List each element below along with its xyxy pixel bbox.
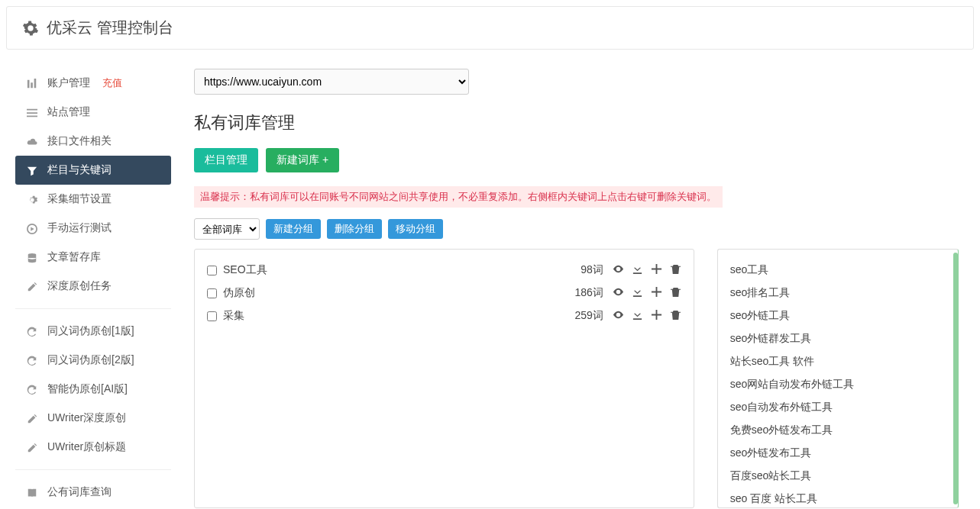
edit-icon <box>26 441 38 453</box>
sidebar-item-label: 账户管理 <box>47 76 90 90</box>
site-select[interactable]: https://www.ucaiyun.com <box>194 69 469 95</box>
edit-icon <box>26 280 38 292</box>
view-icon[interactable] <box>613 286 624 300</box>
list-icon <box>26 106 38 118</box>
sidebar-item-label: 栏目与关键词 <box>47 163 112 177</box>
keyword-item[interactable]: seo工具 <box>730 259 946 282</box>
header: 优采云 管理控制台 <box>6 6 974 50</box>
keyword-list-panel: seo工具seo排名工具seo外链工具seo外链群发工具站长seo工具 软件se… <box>717 249 959 508</box>
db-icon <box>26 251 38 263</box>
keyword-item[interactable]: 免费seo外链发布工具 <box>730 419 946 442</box>
sidebar-item[interactable]: 站点管理 <box>15 98 171 127</box>
new-lexicon-button[interactable]: 新建词库 + <box>266 148 339 172</box>
gear-icon <box>22 20 39 37</box>
new-group-button[interactable]: 新建分组 <box>266 219 321 239</box>
keyword-item[interactable]: seo网站自动发布外链工具 <box>730 373 946 396</box>
play-icon <box>26 222 38 234</box>
main-content: https://www.ucaiyun.com 私有词库管理 栏目管理 新建词库… <box>171 69 974 509</box>
keyword-item[interactable]: 站长seo工具 软件 <box>730 350 946 373</box>
sidebar-item[interactable]: 公有词库查询 <box>15 478 171 507</box>
lexicon-name[interactable]: SEO工具 <box>223 263 581 277</box>
recharge-badge[interactable]: 充值 <box>102 76 122 90</box>
sidebar-item[interactable]: UWriter深度原创 <box>15 404 171 433</box>
bars-icon <box>26 77 38 89</box>
sidebar-item-label: 站点管理 <box>47 105 90 119</box>
delete-icon[interactable] <box>670 309 681 323</box>
sidebar-item[interactable]: 同义词伪原创[2版] <box>15 346 171 375</box>
add-icon[interactable] <box>651 309 662 323</box>
refresh-icon <box>26 383 38 395</box>
hint-text: 温馨提示：私有词库可以在同账号不同网站之间共享使用，不必重复添加。右侧框内关键词… <box>194 186 723 208</box>
add-icon[interactable] <box>651 263 662 277</box>
sidebar-item-label: 深度原创任务 <box>47 279 112 293</box>
refresh-icon <box>26 354 38 366</box>
lexicon-checkbox[interactable] <box>207 288 217 298</box>
refresh-icon <box>26 325 38 337</box>
delete-icon[interactable] <box>670 286 681 300</box>
sidebar-item-label: 接口文件相关 <box>47 134 112 148</box>
move-group-button[interactable]: 移动分组 <box>388 219 443 239</box>
header-title: 优采云 管理控制台 <box>47 18 173 38</box>
book-icon <box>26 486 38 498</box>
sidebar-item-label: 同义词伪原创[2版] <box>47 353 134 367</box>
filter-icon <box>26 164 38 176</box>
keyword-item[interactable]: seo 百度 站长工具 <box>730 488 946 508</box>
keyword-item[interactable]: seo外链群发工具 <box>730 327 946 350</box>
add-icon[interactable] <box>651 286 662 300</box>
sidebar-item[interactable]: 栏目与关键词 <box>15 156 171 185</box>
lexicon-count: 186词 <box>574 286 603 300</box>
sidebar-item[interactable]: 账户管理 充值 <box>15 69 171 98</box>
sidebar-item[interactable]: 采集细节设置 <box>15 185 171 214</box>
sidebar-item-label: 公有词库查询 <box>47 485 112 499</box>
lexicon-checkbox[interactable] <box>207 266 217 275</box>
view-icon[interactable] <box>613 309 624 323</box>
cogs-icon <box>26 193 38 205</box>
sidebar-item[interactable]: 同义词伪原创[1版] <box>15 317 171 346</box>
download-icon[interactable] <box>632 309 643 323</box>
keyword-item[interactable]: seo排名工具 <box>730 282 946 304</box>
keyword-item[interactable]: seo自动发布外链工具 <box>730 396 946 419</box>
sidebar-item-label: 文章暂存库 <box>47 250 101 264</box>
lexicon-row: 采集 259词 <box>207 304 681 327</box>
lexicon-name[interactable]: 伪原创 <box>223 286 574 300</box>
sidebar-item[interactable]: UWriter原创标题 <box>15 433 171 462</box>
download-icon[interactable] <box>632 286 643 300</box>
lexicon-filter-select[interactable]: 全部词库 <box>194 218 260 240</box>
column-manage-button[interactable]: 栏目管理 <box>194 148 258 172</box>
lexicon-row: SEO工具 98词 <box>207 259 681 282</box>
lexicon-list-panel: SEO工具 98词 伪原创 186词 采集 259词 <box>194 249 694 508</box>
sidebar-item-label: 同义词伪原创[1版] <box>47 324 134 338</box>
page-title: 私有词库管理 <box>194 111 959 134</box>
sidebar-item[interactable]: 手动运行测试 <box>15 214 171 243</box>
sidebar-item[interactable]: 智能伪原创[AI版] <box>15 375 171 404</box>
download-icon[interactable] <box>632 263 643 277</box>
lexicon-row: 伪原创 186词 <box>207 282 681 304</box>
delete-icon[interactable] <box>670 263 681 277</box>
sidebar-item-label: UWriter原创标题 <box>47 440 126 454</box>
keyword-item[interactable]: seo外链工具 <box>730 304 946 327</box>
sidebar-item-label: 采集细节设置 <box>47 192 112 206</box>
sidebar-item[interactable]: 深度原创任务 <box>15 272 171 301</box>
sidebar-item-label: 智能伪原创[AI版] <box>47 382 128 396</box>
view-icon[interactable] <box>613 263 624 277</box>
lexicon-count: 259词 <box>574 309 603 323</box>
lexicon-count: 98词 <box>581 263 603 277</box>
lexicon-name[interactable]: 采集 <box>223 309 574 323</box>
cloud-icon <box>26 135 38 147</box>
keyword-item[interactable]: seo外链发布工具 <box>730 442 946 465</box>
sidebar: 账户管理 充值 站点管理 接口文件相关 栏目与关键词 采集细节设置 手动运行测试… <box>6 69 171 509</box>
sidebar-item[interactable]: 文章暂存库 <box>15 243 171 272</box>
sidebar-item-label: UWriter深度原创 <box>47 411 126 425</box>
sidebar-item[interactable]: 接口文件相关 <box>15 127 171 156</box>
sidebar-item-label: 手动运行测试 <box>47 221 112 235</box>
edit-icon <box>26 412 38 424</box>
keyword-item[interactable]: 百度seo站长工具 <box>730 465 946 488</box>
lexicon-checkbox[interactable] <box>207 311 217 321</box>
delete-group-button[interactable]: 删除分组 <box>327 219 382 239</box>
